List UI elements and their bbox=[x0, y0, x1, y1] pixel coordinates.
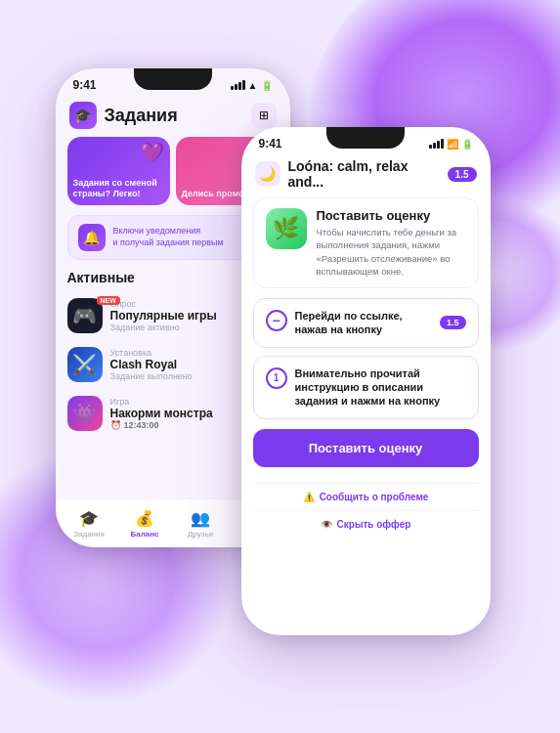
rating-app-icon: 🌿 bbox=[266, 208, 307, 249]
bar-f1 bbox=[429, 145, 432, 149]
phones-container: 9:41 ▲ 🔋 🎓 Задания ⊞ bbox=[46, 39, 515, 704]
step-text-1: Перейди по ссылке, нажав на кнопку bbox=[295, 309, 432, 337]
graduation-icon: 🎓 bbox=[74, 108, 91, 123]
step-content-2: Внимательно прочитай инструкцию в описан… bbox=[295, 366, 466, 409]
cta-button[interactable]: Поставить оценку bbox=[253, 429, 479, 467]
notch-front bbox=[326, 127, 405, 149]
notif-light: и получай задания первым bbox=[113, 237, 224, 247]
version-badge: 1.5 bbox=[448, 167, 477, 182]
step-item-2: 1 Внимательно прочитай инструкцию в опис… bbox=[253, 356, 479, 419]
timer-value: 12:43:00 bbox=[124, 420, 159, 430]
nav-item-friends[interactable]: 👥 Друзья bbox=[173, 509, 229, 539]
nav-label-friends: Друзья bbox=[188, 530, 213, 539]
notif-bold: Включи уведомления bbox=[113, 226, 201, 236]
front-phone-header: 🌙 Loóna: calm, relax and... 1.5 bbox=[241, 154, 491, 197]
notification-icon: 🔔 bbox=[78, 224, 106, 251]
bar-f4 bbox=[441, 139, 444, 149]
bar-4 bbox=[242, 80, 245, 90]
battery-icon: 🔋 bbox=[261, 80, 273, 91]
bar-2 bbox=[235, 84, 237, 90]
app-icon-symbol: 🌿 bbox=[273, 216, 299, 241]
wifi-icon-front: 📶 bbox=[447, 139, 458, 150]
steps-section: − Перейди по ссылке, нажав на кнопку 1.5… bbox=[253, 298, 479, 418]
wifi-icon: ▲ bbox=[248, 80, 258, 91]
step-num-2: 1 bbox=[266, 367, 287, 389]
time-front: 9:41 bbox=[259, 137, 282, 151]
step-badge-1: 1.5 bbox=[440, 316, 466, 329]
notch-back bbox=[134, 68, 212, 90]
separator-2 bbox=[253, 510, 479, 511]
nav-icon-balance: 💰 bbox=[135, 509, 154, 528]
rating-content: Поставить оценку Чтобы начислить тебе де… bbox=[317, 208, 466, 278]
filter-symbol: ⊞ bbox=[259, 108, 269, 122]
signal-bars-front bbox=[429, 139, 444, 149]
bar-f2 bbox=[433, 143, 436, 149]
hide-link-text: Скрыть оффер bbox=[337, 519, 411, 530]
step-item-1: − Перейди по ссылке, нажав на кнопку 1.5 bbox=[253, 298, 479, 348]
separator-1 bbox=[253, 483, 479, 484]
rating-desc: Чтобы начислить тебе деньги за выполнени… bbox=[317, 226, 466, 278]
status-icons-front: 📶 🔋 bbox=[429, 139, 473, 150]
nav-label-balance: Баланс bbox=[130, 530, 158, 539]
front-title: Loóna: calm, relax and... bbox=[288, 158, 448, 190]
nav-label-tasks: Задания bbox=[73, 530, 105, 539]
status-bar-back: 9:41 ▲ 🔋 bbox=[56, 68, 290, 96]
step-content-1: Перейди по ссылке, нажав на кнопку bbox=[295, 309, 432, 337]
moon-icon: 🌙 bbox=[259, 166, 276, 182]
notification-text: Включи уведомления и получай задания пер… bbox=[113, 226, 224, 248]
battery-icon-front: 🔋 bbox=[461, 139, 473, 150]
task-icon-monster: 👾 bbox=[67, 396, 103, 431]
rating-title: Поставить оценку bbox=[317, 208, 466, 223]
nav-item-balance[interactable]: 💰 Баланс bbox=[117, 509, 173, 539]
card-text-1: Задания со сменой страны? Легко! bbox=[73, 178, 164, 199]
hide-link-row[interactable]: 👁️ Скрыть оффер bbox=[241, 515, 491, 534]
phone-front: 9:41 📶 🔋 🌙 Loóna: calm, relax and... 1.5 bbox=[241, 127, 491, 635]
filter-icon[interactable]: ⊞ bbox=[251, 103, 277, 128]
nav-icon-friends: 👥 bbox=[191, 509, 210, 528]
rating-section: 🌿 Поставить оценку Чтобы начислить тебе … bbox=[253, 197, 479, 288]
eye-icon: 👁️ bbox=[321, 519, 332, 530]
report-link-row[interactable]: ⚠️ Сообщить о проблеме bbox=[241, 488, 491, 506]
nav-icon-tasks: 🎓 bbox=[79, 509, 99, 528]
warning-icon: ⚠️ bbox=[303, 492, 315, 502]
time-back: 9:41 bbox=[73, 78, 97, 92]
card-emoji-1: 💜 bbox=[140, 141, 164, 164]
status-bar-front: 9:41 📶 🔋 bbox=[241, 127, 491, 154]
step-text-2: Внимательно прочитай инструкцию в описан… bbox=[295, 366, 466, 409]
task-icon-clash: ⚔️ bbox=[67, 347, 103, 382]
signal-bars bbox=[231, 80, 245, 90]
clock-icon: ⏰ bbox=[110, 420, 121, 430]
header-grad-icon: 🎓 bbox=[69, 102, 97, 129]
bell-icon: 🔔 bbox=[83, 230, 100, 245]
bar-f3 bbox=[437, 141, 440, 149]
front-app-icon: 🌙 bbox=[255, 161, 280, 187]
step-minus-icon: − bbox=[266, 310, 287, 331]
badge-new: NEW bbox=[97, 296, 120, 305]
bar-3 bbox=[238, 82, 241, 90]
report-link-text: Сообщить о проблеме bbox=[320, 492, 429, 502]
header-title-back: Задания bbox=[105, 106, 178, 126]
nav-item-tasks[interactable]: 🎓 Задания bbox=[62, 509, 117, 539]
promo-card-tasks[interactable]: 💜 Задания со сменой страны? Легко! bbox=[67, 137, 170, 205]
bar-1 bbox=[231, 86, 234, 90]
status-icons-back: ▲ 🔋 bbox=[231, 80, 273, 91]
